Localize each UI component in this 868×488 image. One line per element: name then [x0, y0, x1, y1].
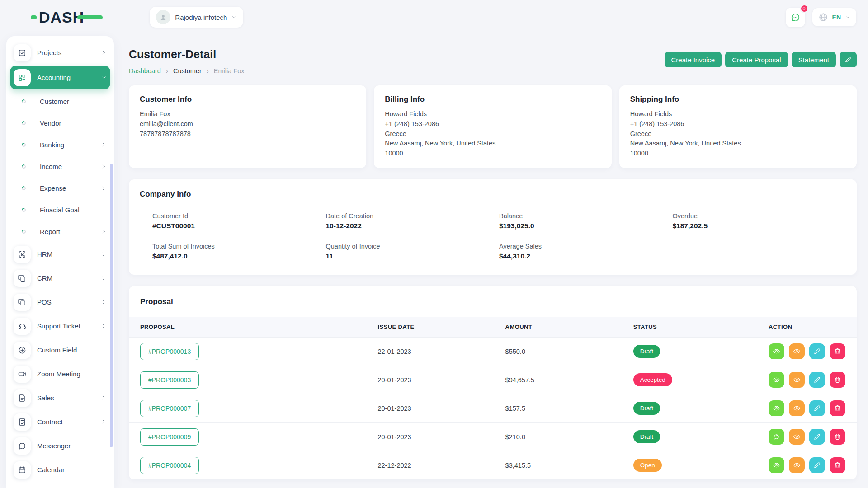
- info-line: Howard Fields: [385, 109, 600, 119]
- card-lines: Emilia Foxemilia@client.com7878787878787…: [140, 109, 355, 139]
- sidebar-item[interactable]: Messenger: [10, 434, 110, 458]
- table-row: #PROP000013 22-01-2023 $550.0 Draft: [129, 337, 857, 366]
- issue-date-cell: 22-01-2023: [366, 337, 494, 366]
- trash-icon[interactable]: [830, 457, 845, 473]
- breadcrumb-item[interactable]: Dashboard: [129, 67, 161, 75]
- sidebar-item[interactable]: Vendor: [10, 112, 110, 134]
- avatar: [156, 10, 170, 24]
- eye-icon[interactable]: [789, 400, 805, 416]
- proposal-link[interactable]: #PROP000004: [140, 457, 199, 474]
- chevron-right-icon: [101, 299, 107, 305]
- eye-icon[interactable]: [789, 429, 805, 445]
- sidebar-item[interactable]: Finacial Goal: [10, 199, 110, 221]
- pencil-icon[interactable]: [809, 457, 825, 473]
- header-action-button[interactable]: Create Invoice: [665, 52, 722, 67]
- sidebar-item[interactable]: Sales: [10, 386, 110, 410]
- card-title: Billing Info: [385, 95, 600, 104]
- language-selector[interactable]: EN: [812, 8, 856, 26]
- sidebar-item[interactable]: Projects: [10, 41, 110, 65]
- sidebar-item[interactable]: CRM: [10, 266, 110, 290]
- sidebar-item[interactable]: POS: [10, 290, 110, 314]
- trash-icon[interactable]: [830, 343, 845, 359]
- eye-icon[interactable]: [769, 457, 784, 473]
- pencil-icon[interactable]: [809, 429, 825, 445]
- sidebar-item[interactable]: Expense: [10, 177, 110, 199]
- sidebar-item-label: Calendar: [37, 466, 65, 474]
- sidebar-item[interactable]: Banking: [10, 134, 110, 155]
- checkbox-icon: [14, 44, 31, 61]
- copy-icon: [14, 294, 31, 311]
- sidebar-item[interactable]: Customer: [10, 90, 110, 112]
- sidebar-item[interactable]: Support Ticket: [10, 314, 110, 338]
- sidebar-item[interactable]: Custom Field: [10, 338, 110, 362]
- info-line: Greece: [630, 129, 846, 139]
- status-badge: Accepted: [633, 373, 672, 386]
- header-action-button[interactable]: Statement: [792, 52, 836, 67]
- sidebar-item[interactable]: Report: [10, 221, 110, 242]
- pencil-icon[interactable]: [809, 372, 825, 388]
- breadcrumb-item[interactable]: Customer: [173, 67, 202, 75]
- chevron-right-icon: [101, 323, 107, 329]
- row-actions: [769, 429, 845, 445]
- eye-icon[interactable]: [789, 457, 805, 473]
- stat: Average Sales $44,310.2: [499, 243, 673, 260]
- chevron-right-icon: [101, 142, 107, 148]
- proposal-link[interactable]: #PROP000003: [140, 371, 199, 389]
- stat-value: #CUST00001: [152, 222, 326, 230]
- stat-value: $193,025.0: [499, 222, 673, 230]
- info-line: Howard Fields: [630, 109, 846, 119]
- row-actions: [769, 343, 845, 359]
- sidebar-item-label: CRM: [37, 274, 52, 282]
- sidebar-item[interactable]: Contract: [10, 410, 110, 434]
- refresh-icon[interactable]: [769, 429, 784, 445]
- sidebar-item-label: Accounting: [37, 74, 71, 81]
- proposal-link[interactable]: #PROP000009: [140, 428, 199, 446]
- eye-icon[interactable]: [789, 343, 805, 359]
- sidebar-item[interactable]: HRM: [10, 242, 110, 266]
- proposal-link[interactable]: #PROP000013: [140, 343, 199, 360]
- headset-icon: [14, 318, 31, 335]
- eye-icon[interactable]: [769, 400, 784, 416]
- info-line: New Aasamj, New York, United States: [385, 139, 600, 149]
- app-root: DASH Rajodiya infotech 0 EN Projects: [0, 0, 868, 34]
- header-action-button[interactable]: Create Proposal: [725, 52, 788, 67]
- sidebar-item-label: Customer: [40, 98, 69, 105]
- chevron-right-icon: [101, 251, 107, 257]
- topbar: DASH Rajodiya infotech 0 EN: [0, 0, 868, 34]
- sidebar-item[interactable]: Income: [10, 155, 110, 177]
- sidebar: Projects Accounting Customer Vendor: [6, 36, 114, 488]
- info-cards-row: Customer Info Emilia Foxemilia@client.co…: [129, 85, 857, 168]
- breadcrumb: › Dashboard › Customer › Emilia Fox: [129, 67, 244, 75]
- company-selector[interactable]: Rajodiya infotech: [150, 7, 243, 28]
- chevron-right-icon: [101, 229, 107, 235]
- pencil-icon[interactable]: [809, 343, 825, 359]
- bullet-icon: [21, 164, 27, 169]
- info-line: New Aasamj, New York, United States: [630, 139, 846, 149]
- pencil-icon[interactable]: [809, 400, 825, 416]
- sidebar-item-label: Report: [40, 228, 60, 235]
- proposal-link[interactable]: #PROP000007: [140, 400, 199, 417]
- edit-customer-button[interactable]: [840, 52, 857, 67]
- row-actions: [769, 457, 845, 473]
- row-actions: [769, 372, 845, 388]
- chevron-right-icon: [101, 419, 107, 425]
- eye-icon[interactable]: [769, 343, 784, 359]
- sidebar-item[interactable]: Accounting: [10, 66, 110, 89]
- sidebar-item[interactable]: Calendar: [10, 458, 110, 482]
- eye-icon[interactable]: [789, 372, 805, 388]
- stat-value: 11: [326, 252, 500, 260]
- sidebar-item-label: POS: [37, 298, 52, 306]
- trash-icon[interactable]: [830, 429, 845, 445]
- sidebar-scrollbar[interactable]: [110, 164, 113, 447]
- table-row: #PROP000009 20-01-2023 $210.0 Draft: [129, 422, 857, 451]
- trash-icon[interactable]: [830, 400, 845, 416]
- messages-button[interactable]: 0: [786, 8, 805, 27]
- bullet-icon: [21, 185, 27, 191]
- eye-icon[interactable]: [769, 372, 784, 388]
- info-line: 10000: [630, 149, 846, 159]
- amount-cell: $550.0: [494, 337, 622, 366]
- breadcrumb-segment: › Customer: [161, 67, 202, 75]
- breadcrumb-item[interactable]: Emilia Fox: [214, 67, 245, 75]
- sidebar-item[interactable]: Zoom Meeting: [10, 362, 110, 386]
- trash-icon[interactable]: [830, 372, 845, 388]
